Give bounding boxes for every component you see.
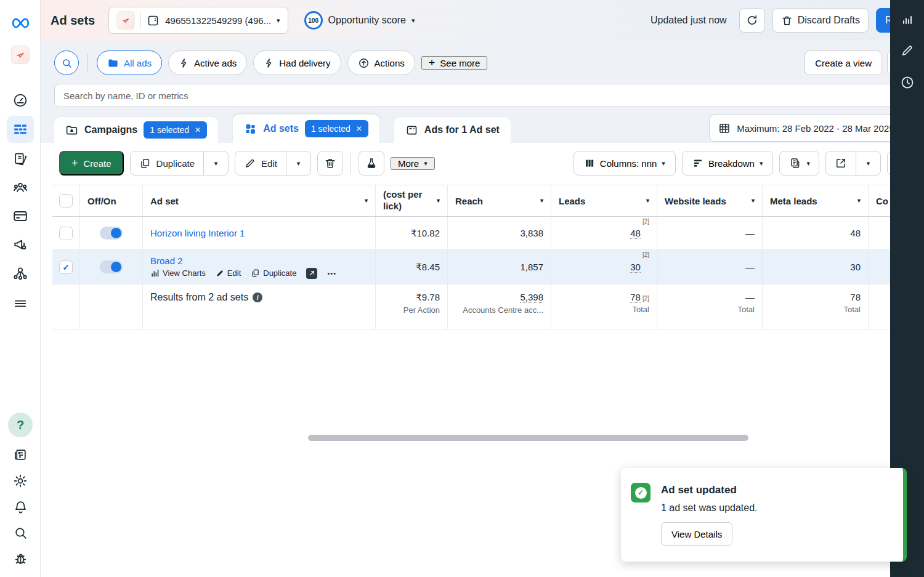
notifications-bell-icon[interactable] [7, 493, 34, 520]
info-icon[interactable]: i [253, 293, 262, 302]
refresh-button[interactable] [739, 8, 765, 33]
chevron-down-icon: ▾ [760, 160, 763, 167]
view-details-label: View Details [671, 529, 722, 539]
tab-ads[interactable]: Ads for 1 Ad set [394, 117, 511, 143]
columns-button[interactable]: Columns: nnn ▾ [573, 151, 676, 176]
duplicate-dropdown[interactable]: ▾ [203, 151, 228, 175]
filter-row: All ads Active ads Had delivery Actions … [41, 48, 924, 78]
edit-dropdown[interactable]: ▾ [286, 151, 310, 175]
reports-icon[interactable] [7, 145, 34, 172]
discard-drafts-button[interactable]: Discard Drafts [772, 8, 869, 33]
meta-leads-value: 48 [763, 217, 869, 249]
filter-all-ads-label: All ads [124, 58, 152, 68]
results-reach: 5,398Accounts Centre acc... [463, 292, 543, 315]
business-avatar[interactable] [11, 46, 30, 64]
filter-all-ads[interactable]: All ads [97, 50, 162, 75]
table-row[interactable]: Horizon living Interior 1 ₹10.82 3,838 4… [52, 217, 924, 250]
column-ad-set[interactable]: Ad set ▾ [143, 185, 376, 216]
filter-active-ads[interactable]: Active ads [168, 50, 247, 75]
column-website-leads[interactable]: Website leads ▾ [657, 185, 763, 216]
report-bug-icon[interactable] [7, 545, 34, 572]
campaigns-selected-badge[interactable]: 1 selected ✕ [144, 121, 207, 139]
search-input[interactable] [54, 84, 913, 107]
create-view-button[interactable]: Create a view [804, 50, 882, 75]
updated-status: Updated just now [650, 15, 727, 26]
leads-value[interactable]: 30[2] [551, 250, 657, 284]
column-cpc[interactable]: (cost perlick) ▾ [376, 185, 448, 216]
edit-button[interactable]: Edit [235, 151, 286, 175]
duplicate-action[interactable]: Duplicate [251, 268, 296, 278]
more-button[interactable]: More ▾ [391, 157, 435, 170]
create-button[interactable]: + Create [59, 151, 124, 176]
column-reach[interactable]: Reach ▾ [448, 185, 551, 216]
date-range-label: Maximum: 28 Feb 2022 - 28 Mar 2025 [737, 123, 894, 134]
ads-manager-icon[interactable] [7, 231, 34, 258]
tab-ad-sets[interactable]: Ad sets 1 selected ✕ [233, 115, 379, 143]
sort-caret-icon: ▾ [365, 198, 368, 204]
edit-action[interactable]: Edit [216, 268, 241, 278]
history-clock-icon[interactable] [890, 69, 924, 96]
filter-search-button[interactable] [54, 50, 79, 75]
filter-actions-label: Actions [375, 58, 405, 68]
column-meta-leads[interactable]: Meta leads ▾ [763, 185, 869, 216]
create-label: Create [84, 158, 111, 169]
reports-split-button: ▾ [779, 151, 819, 176]
all-tools-icon[interactable] [7, 290, 34, 317]
see-more-button[interactable]: + See more [421, 56, 488, 70]
ab-test-button[interactable] [359, 151, 384, 176]
search-tools-icon[interactable] [7, 519, 34, 546]
row-checkbox[interactable] [59, 227, 73, 240]
open-in-action[interactable] [306, 268, 317, 279]
campaigns-table-icon[interactable] [7, 116, 34, 143]
flask-icon [365, 157, 378, 169]
reach-value: 1,857 [448, 250, 551, 284]
more-actions[interactable]: ••• [327, 270, 336, 277]
events-manager-icon[interactable] [7, 260, 34, 287]
duplicate-button[interactable]: Duplicate [131, 151, 204, 175]
column-leads[interactable]: Leads ▾ [551, 185, 657, 216]
horizontal-scrollbar[interactable] [308, 435, 748, 441]
columns-icon [584, 158, 595, 169]
billing-icon[interactable] [7, 203, 34, 230]
delete-button[interactable] [317, 151, 343, 176]
opportunity-score-label: Opportunity score [328, 15, 406, 26]
filter-actions[interactable]: Actions [347, 50, 415, 75]
campaigns-selected-count: 1 selected [150, 125, 189, 135]
website-leads-value: — [657, 250, 763, 284]
meta-logo-icon[interactable] [10, 13, 31, 33]
export-dropdown[interactable]: ▾ [856, 151, 880, 175]
date-range-selector[interactable]: Maximum: 28 Feb 2022 - 28 Mar 2025 ▾ [709, 115, 913, 142]
updates-icon[interactable] [7, 441, 34, 468]
leads-value[interactable]: 48[2] [551, 217, 657, 249]
help-button[interactable]: ? [8, 413, 33, 437]
ad-sets-selected-badge[interactable]: 1 selected ✕ [305, 120, 368, 137]
view-charts-action[interactable]: View Charts [150, 268, 206, 278]
opportunity-score[interactable]: 100 Opportunity score ▾ [304, 11, 415, 30]
ad-set-name-link[interactable]: Broad 2 [150, 256, 183, 266]
ad-set-toggle[interactable] [100, 227, 123, 240]
reports-button[interactable]: ▾ [780, 151, 819, 175]
tab-campaigns[interactable]: Campaigns 1 selected ✕ [54, 117, 218, 143]
cpc-value: ₹10.82 [376, 217, 448, 249]
ad-set-toggle[interactable] [100, 260, 123, 273]
close-icon[interactable]: ✕ [356, 124, 362, 133]
view-details-button[interactable]: View Details [661, 522, 732, 546]
account-avatar [116, 11, 135, 30]
select-all-checkbox[interactable] [59, 194, 73, 208]
tab-campaigns-label: Campaigns [84, 124, 137, 135]
breakdown-button[interactable]: Breakdown ▾ [682, 151, 774, 176]
duplicate-label: Duplicate [156, 158, 195, 169]
overview-icon[interactable] [7, 87, 34, 114]
filter-had-delivery[interactable]: Had delivery [253, 50, 341, 75]
close-icon[interactable]: ✕ [195, 126, 201, 134]
edit-pencil-icon[interactable] [890, 37, 924, 64]
ad-account-selector[interactable]: 496551322549299 (496... ▾ [108, 7, 288, 34]
level-tabs: Campaigns 1 selected ✕ Ad sets 1 selecte… [41, 115, 924, 143]
table-row-selected[interactable]: ✓ Broad 2 View Charts [52, 250, 924, 284]
row-checkbox-checked[interactable]: ✓ [59, 260, 73, 274]
ad-set-name-link[interactable]: Horizon living Interior 1 [150, 228, 245, 238]
audiences-icon[interactable] [7, 174, 34, 201]
export-button[interactable] [826, 151, 856, 175]
settings-gear-icon[interactable] [7, 467, 34, 494]
insights-chart-icon[interactable] [890, 6, 924, 33]
